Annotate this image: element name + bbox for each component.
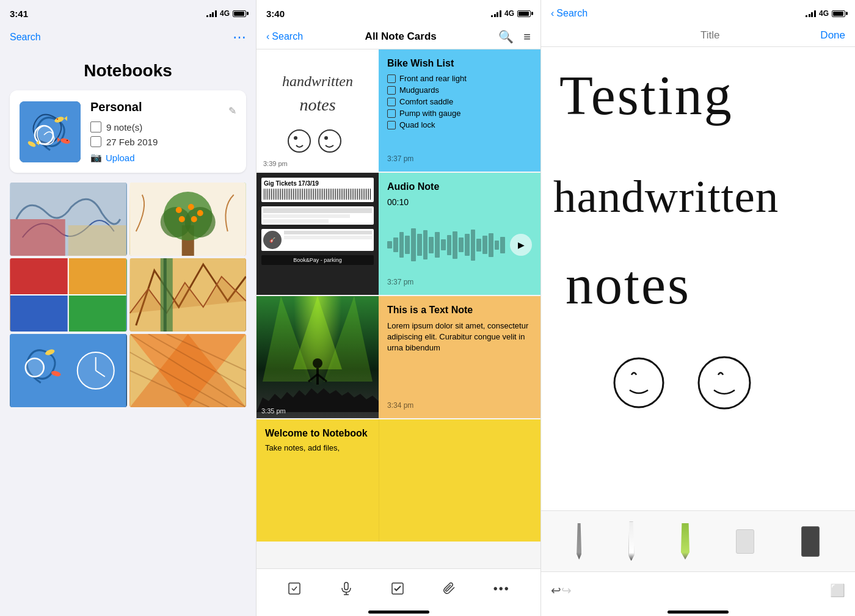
grid-image-4[interactable] — [129, 258, 247, 332]
svg-point-7 — [67, 140, 68, 141]
checkbox-icon[interactable] — [390, 581, 405, 596]
redo-icon[interactable]: ↪ — [561, 583, 572, 598]
svg-point-20 — [197, 210, 203, 216]
date-row: 27 Feb 2019 — [90, 136, 236, 147]
svg-rect-24 — [10, 258, 68, 295]
pencil-shape — [577, 523, 581, 560]
time-p1: 3:41 — [10, 9, 28, 19]
grid-image-3[interactable] — [10, 258, 127, 332]
nav-bar-p2: ‹ Search All Note Cards 🔍 ≡ — [256, 27, 540, 49]
bike-wish-title: Bike Wish List — [387, 58, 532, 69]
waveform-display — [387, 226, 505, 263]
notes-count-row: 9 note(s) — [90, 121, 236, 132]
done-button[interactable]: Done — [820, 29, 845, 42]
eraser-tool[interactable] — [736, 529, 754, 554]
status-icons-p2: 4G — [491, 9, 531, 18]
checkbox-2[interactable] — [387, 86, 396, 95]
page-title-p1: Notebooks — [10, 61, 246, 81]
search-link-p1[interactable]: Search — [10, 32, 41, 43]
grid-image-6[interactable] — [129, 334, 247, 407]
note-row-1: handwritten notes 3:39 pm Bike Wish List — [256, 49, 540, 172]
bike-wish-card[interactable]: Bike Wish List Front and rear light Mudg… — [379, 49, 540, 172]
checkbox-5[interactable] — [387, 121, 396, 129]
grid-image-5[interactable] — [10, 334, 127, 407]
network-p3: 4G — [819, 9, 829, 18]
text-note-card[interactable]: This is a Text Note Lorem ipsum dolor si… — [379, 296, 540, 418]
edit-personal-icon[interactable]: ✎ — [228, 105, 236, 117]
upload-button[interactable]: 📷 Upload — [90, 152, 236, 163]
audio-time: 3:37 pm — [387, 278, 532, 286]
svg-point-22 — [191, 216, 197, 222]
back-button-p2[interactable]: ‹ Search — [266, 31, 303, 42]
welcome-text: Take notes, add files, — [265, 443, 370, 454]
checklist-text-2: Mudguards — [399, 85, 439, 95]
image-grid — [10, 183, 246, 407]
checklist-text-4: Pump with gauge — [399, 109, 460, 118]
personal-thumbnail — [20, 101, 81, 162]
pencil-tool[interactable] — [577, 523, 581, 560]
status-bar-p2: 3:40 4G — [256, 0, 540, 27]
personal-name: Personal — [90, 100, 142, 114]
svg-point-69 — [699, 357, 750, 408]
svg-text:handwritten: handwritten — [553, 171, 779, 222]
title-input[interactable] — [600, 29, 820, 42]
audio-note-title: Audio Note — [387, 181, 532, 192]
svg-text:Testing: Testing — [559, 65, 733, 126]
menu-icon-p2[interactable]: ≡ — [523, 30, 531, 44]
notecards-title: All Note Cards — [365, 31, 437, 43]
drawing-canvas[interactable]: Testing handwritten notes — [541, 47, 855, 510]
checkbox-1[interactable] — [387, 74, 396, 83]
search-icon-p2[interactable]: 🔍 — [498, 29, 514, 44]
attachment-icon[interactable] — [442, 581, 456, 596]
concert-timestamp: 3:35 pm — [261, 407, 286, 415]
checklist-item-4: Pump with gauge — [387, 109, 532, 118]
svg-rect-11 — [10, 219, 65, 256]
home-indicator-p3 — [668, 611, 729, 614]
checklist-text-5: Quad lock — [399, 120, 435, 129]
notes-icon — [90, 121, 101, 132]
back-button-p3[interactable]: ‹ Search — [551, 8, 588, 19]
grid-image-1[interactable] — [10, 183, 127, 256]
gig-note-thumb[interactable]: Gig Tickets 17/3/19 🎸 — [256, 173, 379, 295]
note-row-3: 3:35 pm This is a Text Note Lorem ipsum … — [256, 296, 540, 418]
svg-rect-27 — [68, 295, 126, 332]
highlighter-tool[interactable] — [681, 523, 689, 560]
color-picker[interactable] — [801, 526, 820, 557]
checkbox-4[interactable] — [387, 109, 396, 118]
concert-note-thumb[interactable]: 3:35 pm — [256, 296, 379, 418]
handwritten-note-thumb[interactable]: handwritten notes 3:39 pm — [256, 49, 379, 172]
grid-image-2[interactable] — [129, 183, 247, 256]
camera-icon: 📷 — [90, 152, 102, 163]
audio-play-button[interactable]: ▶ — [510, 234, 532, 256]
text-note-title: This is a Text Note — [387, 305, 532, 316]
audio-note-card[interactable]: Audio Note 00:10 — [379, 173, 540, 295]
p2-toolbar: ••• — [256, 568, 540, 608]
notecards-list: handwritten notes 3:39 pm Bike Wish List — [256, 49, 540, 568]
pen-tool[interactable] — [628, 521, 635, 561]
svg-point-18 — [175, 207, 181, 213]
checklist-item-1: Front and rear light — [387, 74, 532, 83]
svg-point-50 — [294, 136, 297, 140]
resize-icon[interactable]: ⬜ — [830, 583, 845, 598]
undo-icon[interactable]: ↩ — [551, 583, 561, 598]
checkbox-3[interactable] — [387, 98, 396, 106]
edit-notebooks-icon[interactable]: ⋯ — [233, 29, 246, 45]
network-p2: 4G — [504, 9, 514, 18]
status-icons-p1: 4G — [206, 9, 246, 18]
svg-point-56 — [313, 358, 322, 368]
text-note-time: 3:34 pm — [387, 401, 532, 410]
nav-icons-p2: 🔍 ≡ — [498, 29, 531, 44]
text-note-body: Lorem ipsum dolor sit amet, consectetur … — [387, 321, 532, 354]
compose-icon[interactable] — [287, 581, 302, 596]
svg-text:notes: notes — [566, 255, 691, 315]
color-swatch — [801, 526, 820, 557]
personal-notebook-card[interactable]: Personal ✎ 9 note(s) 27 Feb 2019 📷 Uploa… — [10, 90, 246, 173]
welcome-card-left[interactable]: Welcome to Notebook Take notes, add file… — [256, 419, 379, 542]
bike-wish-time: 3:37 pm — [387, 154, 532, 163]
drawing-tools — [541, 510, 855, 571]
chevron-left-icon-p3: ‹ — [551, 8, 554, 19]
mic-icon[interactable] — [339, 581, 354, 596]
checklist-item-2: Mudguards — [387, 85, 532, 95]
checklist-item-3: Comfort saddle — [387, 97, 532, 106]
more-icon[interactable]: ••• — [493, 582, 510, 596]
